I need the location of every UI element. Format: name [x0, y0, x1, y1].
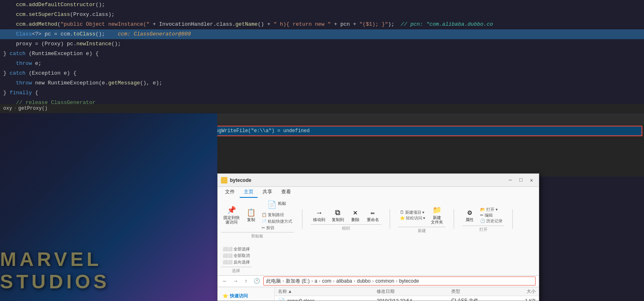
- code-text: [3, 29, 16, 39]
- rename-label: 重命名: [367, 217, 379, 222]
- move-to-button[interactable]: → 移动到: [311, 207, 328, 224]
- new-folder-button[interactable]: 📁 新建文件夹: [428, 205, 446, 226]
- folder-new-icon: 📁: [432, 206, 441, 215]
- tab-home[interactable]: 主页: [240, 187, 258, 198]
- code-text: (Proxy.class);: [70, 10, 115, 20]
- address-sep-3: ›: [319, 278, 320, 284]
- properties-button[interactable]: ⚙ 属性: [462, 207, 477, 224]
- maximize-button[interactable]: □: [517, 176, 525, 184]
- address-bar: ← → ↑ 🕐 此电脑 › 新加卷 (E:) › a › com › aliba…: [218, 276, 539, 287]
- code-text: setSuperClass: [29, 10, 70, 20]
- address-sep-6: ›: [372, 278, 374, 284]
- easy-access-icon: ⭐ 轻松访问 ▾: [400, 215, 426, 221]
- tab-file[interactable]: 文件: [221, 187, 239, 198]
- copy-to-button[interactable]: ⧉ 复制到: [329, 207, 346, 224]
- file-explorer-sidebar: ⭐ 快速访问 🖥 桌面 ⬇ 下载 📄 文档: [218, 287, 275, 301]
- code-text: (RuntimeException e) {: [26, 49, 99, 59]
- code-line-9: throw new RuntimeException(e.getMessage(…: [0, 78, 644, 88]
- code-text: .: [26, 10, 29, 20]
- file-row-proxy0[interactable]: 📄 proxy0.class 2019/7/13 22:54 CLASS 文件 …: [275, 296, 539, 301]
- address-part-com: com: [322, 278, 331, 284]
- ribbon: 文件 主页 共享 查看 📌 固定到快速访问 📋 复制: [218, 187, 539, 276]
- pin-icon: 📌: [227, 206, 236, 215]
- tab-view[interactable]: 查看: [277, 187, 295, 198]
- code-text: .: [26, 20, 29, 29]
- address-part-a: a: [315, 278, 318, 284]
- code-text: .: [26, 0, 29, 10]
- scissors-icon: ✂: [262, 226, 265, 230]
- pin-to-quick-access-button[interactable]: 📌 固定到快速访问: [221, 205, 242, 226]
- address-box[interactable]: 此电脑 › 新加卷 (E:) › a › com › alibaba › dub…: [263, 277, 536, 286]
- copy-to-label: 复制到: [332, 217, 344, 222]
- history-button[interactable]: 🕐 历史记录: [480, 218, 503, 224]
- code-text: (), e);: [140, 78, 162, 88]
- pin-label: 固定到快速访问: [223, 215, 240, 224]
- code-text: }: [3, 69, 10, 78]
- properties-icon: ⚙: [468, 209, 472, 218]
- address-part-alibaba: alibaba: [336, 278, 352, 284]
- edit-button[interactable]: ✏ 编辑: [480, 212, 503, 218]
- minimize-button[interactable]: —: [506, 176, 514, 184]
- code-text: (: [57, 20, 61, 29]
- rename-icon: ✏: [371, 209, 375, 218]
- col-date-header[interactable]: 修改日期: [377, 288, 450, 294]
- col-name-header[interactable]: 名称 ▲: [278, 288, 375, 294]
- open-button[interactable]: 📂 打开 ▾: [480, 207, 503, 212]
- forward-button[interactable]: →: [232, 277, 240, 285]
- file-size-cell: 1 KB: [502, 298, 536, 301]
- file-explorer-titlebar: bytecode — □ ✕: [218, 174, 539, 187]
- col-name-label: 名称: [278, 288, 287, 294]
- recent-locations-button[interactable]: 🕐: [253, 277, 261, 285]
- tab-share[interactable]: 共享: [258, 187, 276, 198]
- file-date: 2019/7/13 22:54: [377, 298, 412, 301]
- cut-button[interactable]: ✂ 剪切: [260, 225, 294, 231]
- file-list-header: 名称 ▲ 修改日期 类型 大小: [275, 287, 539, 296]
- code-text: (Exception e) {: [26, 69, 77, 78]
- code-editor: ccm.addDefaultConstructor(); ccm.setSupe…: [0, 0, 644, 112]
- code-text: Class: [16, 29, 32, 39]
- file-type: CLASS 文件: [451, 298, 479, 301]
- ribbon-content: 📌 固定到快速访问 📋 复制 📄 粘贴 📋 复制路径: [218, 198, 539, 275]
- rename-button[interactable]: ✏ 重命名: [364, 207, 382, 224]
- sidebar-item-desktop[interactable]: 🖥 桌面: [218, 300, 274, 301]
- code-text: toClass: [73, 29, 96, 39]
- col-type-header[interactable]: 类型: [451, 288, 500, 294]
- code-line-2: ccm.setSuperClass(Proxy.class);: [0, 10, 644, 20]
- breadcrumb-part-2: getProxy(): [18, 106, 48, 111]
- file-type-cell: CLASS 文件: [451, 297, 500, 301]
- new-label: 新建: [398, 227, 446, 234]
- code-text: ();: [95, 29, 111, 39]
- invert-selection-button[interactable]: ⬜⬜ 反向选择: [223, 259, 250, 265]
- address-part-dubbo: dubbo: [357, 278, 371, 284]
- file-explorer-window[interactable]: bytecode — □ ✕ 文件 主页 共享 查看 📌 固定到快速访问 📋: [217, 173, 539, 301]
- copy-button[interactable]: 📋 复制: [244, 207, 258, 224]
- col-size-header[interactable]: 大小: [502, 288, 536, 294]
- sep-1: [302, 209, 302, 229]
- code-line-7: throw e;: [0, 59, 644, 69]
- code-text: ccm: [3, 10, 26, 20]
- paste-button[interactable]: 📄 粘贴: [260, 199, 294, 212]
- open-label: 打开: [462, 226, 504, 232]
- back-button[interactable]: ←: [221, 277, 229, 285]
- code-text: ccm: [3, 20, 26, 29]
- paste-label: 粘贴: [278, 201, 286, 206]
- window-title: bytecode: [230, 177, 504, 183]
- sort-arrow: ▲: [288, 289, 292, 294]
- col-date-label: 修改日期: [377, 289, 395, 294]
- copy-path-button[interactable]: 📋 复制路径: [260, 212, 294, 218]
- class-file-icon: 📄: [278, 298, 285, 301]
- move-icon: →: [317, 209, 321, 218]
- paste-shortcut-button[interactable]: 📄 粘贴快捷方式: [260, 218, 294, 225]
- close-button[interactable]: ✕: [527, 176, 536, 184]
- delete-button[interactable]: ✕ 删除: [348, 207, 363, 224]
- select-all-button[interactable]: ⬜⬜ 全部选择: [223, 246, 250, 252]
- new-item-button[interactable]: 🗒 新建项目 ▾ ⭐ 轻松访问 ▾: [398, 209, 427, 222]
- code-text: addDefaultConstructor: [29, 0, 95, 10]
- up-button[interactable]: ↑: [242, 277, 250, 285]
- code-line-4: Class<?> pc = ccm.toClass(); ccm: ClassG…: [0, 29, 644, 39]
- code-text: getMessage: [108, 78, 140, 88]
- code-text: throw: [16, 78, 32, 88]
- sep-2: [390, 209, 390, 229]
- select-none-button[interactable]: ⬜⬜ 全部取消: [223, 253, 250, 259]
- copy-to-icon: ⧉: [335, 209, 340, 218]
